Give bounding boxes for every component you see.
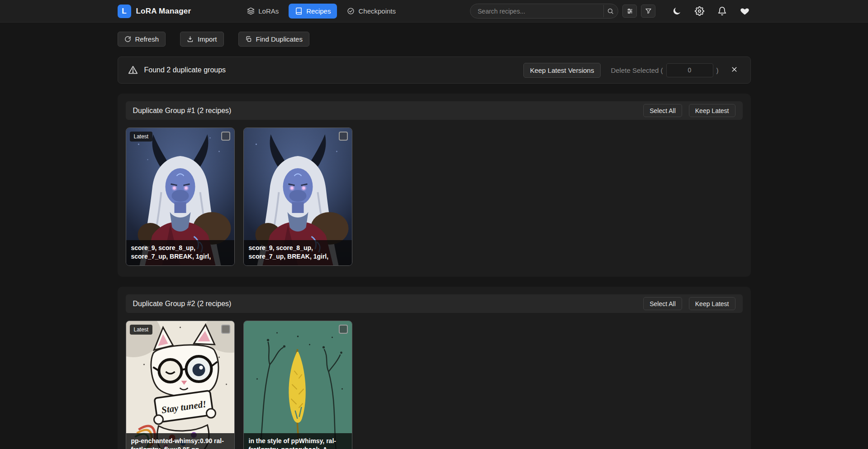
card-prompt: score_9, score_8_up, score_7_up, BREAK, … xyxy=(244,240,352,265)
copy-icon xyxy=(245,36,252,43)
moon-icon xyxy=(672,6,682,16)
keep-latest-button[interactable]: Keep Latest xyxy=(689,297,735,310)
gear-icon xyxy=(695,6,704,16)
search-cluster xyxy=(470,4,655,19)
group-header: Duplicate Group #2 (2 recipes) Select Al… xyxy=(126,294,743,313)
nav-tab-label: Recipes xyxy=(306,7,331,15)
duplicates-alert-banner: Found 2 duplicate groups Keep Latest Ver… xyxy=(118,57,751,84)
refresh-label: Refresh xyxy=(135,35,159,43)
group-title: Duplicate Group #1 (2 recipes) xyxy=(133,107,232,115)
favorites-button[interactable] xyxy=(739,5,751,17)
nav-tab-recipes[interactable]: Recipes xyxy=(289,4,337,19)
book-icon xyxy=(295,7,303,15)
card-checkbox[interactable] xyxy=(221,132,230,141)
keep-latest-versions-button[interactable]: Keep Latest Versions xyxy=(523,63,601,78)
recipe-card[interactable]: Latest score_9, score_8_up, score_7_up, … xyxy=(126,128,235,266)
import-button[interactable]: Import xyxy=(180,32,224,47)
import-label: Import xyxy=(198,35,217,43)
selected-count-input[interactable] xyxy=(666,63,713,77)
filter-button[interactable] xyxy=(641,5,655,18)
app-title: LoRA Manager xyxy=(136,7,191,16)
card-prompt: in the style of ppWhimsy, ral-frctlgmtry… xyxy=(244,433,352,449)
layers-icon xyxy=(247,7,255,15)
check-circle-icon xyxy=(347,7,355,15)
find-duplicates-label: Find Duplicates xyxy=(256,35,303,43)
settings-button[interactable] xyxy=(694,5,706,17)
group-title: Duplicate Group #2 (2 recipes) xyxy=(133,300,232,308)
find-duplicates-button[interactable]: Find Duplicates xyxy=(238,32,309,47)
nav-tab-label: Checkpoints xyxy=(358,7,396,15)
latest-badge: Latest xyxy=(130,325,153,335)
bell-icon xyxy=(717,6,727,16)
group-header: Duplicate Group #1 (2 recipes) Select Al… xyxy=(126,101,743,120)
keep-latest-button[interactable]: Keep Latest xyxy=(689,104,735,117)
card-prompt: score_9, score_8_up, score_7_up, BREAK, … xyxy=(126,240,234,265)
nav-tab-checkpoints[interactable]: Checkpoints xyxy=(341,4,402,19)
latest-badge: Latest xyxy=(130,132,153,142)
card-checkbox[interactable] xyxy=(339,132,348,141)
card-checkbox[interactable] xyxy=(221,325,230,334)
recipe-image xyxy=(244,321,352,449)
refresh-icon xyxy=(124,36,131,43)
search-icon xyxy=(607,8,614,14)
brand[interactable]: L LoRA Manager xyxy=(118,5,191,18)
theme-toggle-button[interactable] xyxy=(671,5,683,17)
search-button[interactable] xyxy=(603,5,617,17)
app-logo-icon: L xyxy=(118,5,131,18)
close-icon xyxy=(730,66,738,73)
alert-close-button[interactable] xyxy=(729,64,740,76)
card-prompt: pp-enchanted-whimsy:0.90 ral-frctlgmtry_… xyxy=(126,433,234,449)
heart-icon xyxy=(740,6,749,16)
card-checkbox[interactable] xyxy=(339,325,348,334)
alert-message: Found 2 duplicate groups xyxy=(144,66,226,74)
toolbar: Refresh Import Find Duplicates xyxy=(118,32,751,47)
notifications-button[interactable] xyxy=(716,5,728,17)
import-icon xyxy=(187,36,194,43)
search-input[interactable] xyxy=(470,4,618,19)
delete-selected-prefix: Delete Selected ( xyxy=(611,66,663,74)
duplicate-group-1: Duplicate Group #1 (2 recipes) Select Al… xyxy=(118,94,751,277)
nav-tab-loras[interactable]: LoRAs xyxy=(241,4,285,19)
warning-icon xyxy=(128,65,138,75)
recipe-image: Stay tuned! xyxy=(126,321,234,449)
refresh-button[interactable]: Refresh xyxy=(118,32,166,47)
nav-tab-label: LoRAs xyxy=(258,7,279,15)
select-all-button[interactable]: Select All xyxy=(643,104,682,117)
main-nav: LoRAs Recipes Checkpoints xyxy=(241,4,402,19)
funnel-icon xyxy=(645,8,652,14)
sort-options-button[interactable] xyxy=(622,5,637,18)
navbar-utility-icons xyxy=(671,5,751,17)
delete-selected-control[interactable]: Delete Selected ( ) xyxy=(611,63,718,77)
sliders-icon xyxy=(626,8,633,14)
duplicate-group-2: Duplicate Group #2 (2 recipes) Select Al… xyxy=(118,287,751,449)
main-content: Refresh Import Find Duplicates Found 2 d… xyxy=(118,32,751,449)
delete-selected-suffix: ) xyxy=(716,66,719,74)
select-all-button[interactable]: Select All xyxy=(643,297,682,310)
recipe-card[interactable]: Stay tuned! Latest pp-enchanted-whimsy:0… xyxy=(126,321,235,449)
recipe-card[interactable]: in the style of ppWhimsy, ral-frctlgmtry… xyxy=(243,321,352,449)
recipe-card[interactable]: score_9, score_8_up, score_7_up, BREAK, … xyxy=(243,128,352,266)
navbar: L LoRA Manager LoRAs Recipes xyxy=(0,0,868,23)
